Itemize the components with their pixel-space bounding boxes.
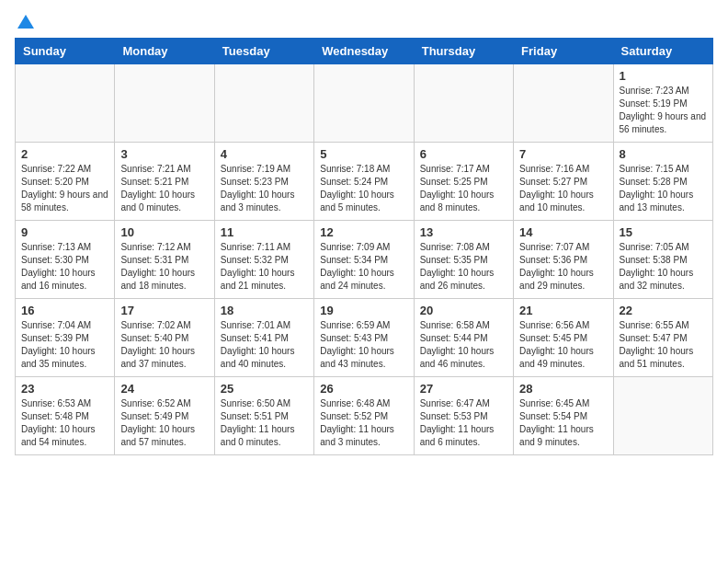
day-info: Sunrise: 7:18 AM Sunset: 5:24 PM Dayligh… xyxy=(320,163,407,214)
day-number: 4 xyxy=(221,147,308,161)
day-number: 21 xyxy=(519,304,607,317)
calendar-day-cell: 24Sunrise: 6:52 AM Sunset: 5:49 PM Dayli… xyxy=(115,377,214,455)
day-number: 13 xyxy=(420,225,507,239)
day-info: Sunrise: 7:15 AM Sunset: 5:28 PM Dayligh… xyxy=(620,163,707,214)
day-info: Sunrise: 7:12 AM Sunset: 5:31 PM Dayligh… xyxy=(120,241,208,293)
day-number: 12 xyxy=(320,225,407,239)
calendar-day-cell: 12Sunrise: 7:09 AM Sunset: 5:34 PM Dayli… xyxy=(314,221,414,299)
logo xyxy=(15,15,34,29)
day-info: Sunrise: 6:52 AM Sunset: 5:49 PM Dayligh… xyxy=(120,397,208,449)
calendar-day-cell: 26Sunrise: 6:48 AM Sunset: 5:52 PM Dayli… xyxy=(314,377,414,455)
calendar-day-cell: 1Sunrise: 7:23 AM Sunset: 5:19 PM Daylig… xyxy=(613,64,712,143)
day-info: Sunrise: 6:55 AM Sunset: 5:47 PM Dayligh… xyxy=(620,319,707,371)
day-number: 23 xyxy=(21,382,108,396)
calendar-day-cell: 9Sunrise: 7:13 AM Sunset: 5:30 PM Daylig… xyxy=(16,221,115,299)
day-number: 3 xyxy=(120,147,208,161)
calendar-day-cell: 2Sunrise: 7:22 AM Sunset: 5:20 PM Daylig… xyxy=(16,143,115,221)
calendar-day-cell xyxy=(314,64,414,143)
day-info: Sunrise: 7:04 AM Sunset: 5:39 PM Dayligh… xyxy=(21,319,108,371)
day-number: 26 xyxy=(320,382,407,396)
calendar-day-header: Monday xyxy=(115,39,214,64)
calendar-day-cell: 11Sunrise: 7:11 AM Sunset: 5:32 PM Dayli… xyxy=(214,221,313,299)
day-number: 18 xyxy=(221,304,308,317)
day-number: 17 xyxy=(120,304,208,317)
day-number: 14 xyxy=(519,225,607,239)
day-number: 15 xyxy=(620,225,707,239)
day-info: Sunrise: 7:02 AM Sunset: 5:40 PM Dayligh… xyxy=(120,319,208,371)
calendar-day-cell xyxy=(613,377,712,455)
calendar-day-cell xyxy=(414,64,513,143)
calendar-day-header: Wednesday xyxy=(314,39,414,64)
calendar-week-row: 16Sunrise: 7:04 AM Sunset: 5:39 PM Dayli… xyxy=(16,299,713,377)
calendar-week-row: 9Sunrise: 7:13 AM Sunset: 5:30 PM Daylig… xyxy=(16,221,713,299)
day-number: 20 xyxy=(420,304,507,317)
calendar-day-cell: 3Sunrise: 7:21 AM Sunset: 5:21 PM Daylig… xyxy=(115,143,214,221)
calendar-day-header: Sunday xyxy=(16,39,115,64)
calendar-day-cell: 22Sunrise: 6:55 AM Sunset: 5:47 PM Dayli… xyxy=(613,299,712,377)
day-info: Sunrise: 7:08 AM Sunset: 5:35 PM Dayligh… xyxy=(420,241,507,293)
calendar-day-cell: 17Sunrise: 7:02 AM Sunset: 5:40 PM Dayli… xyxy=(115,299,214,377)
day-number: 10 xyxy=(120,225,208,239)
day-number: 25 xyxy=(221,382,308,396)
calendar-day-cell: 21Sunrise: 6:56 AM Sunset: 5:45 PM Dayli… xyxy=(514,299,613,377)
calendar-day-cell: 19Sunrise: 6:59 AM Sunset: 5:43 PM Dayli… xyxy=(314,299,414,377)
day-info: Sunrise: 7:01 AM Sunset: 5:41 PM Dayligh… xyxy=(221,319,308,371)
calendar-table: SundayMondayTuesdayWednesdayThursdayFrid… xyxy=(15,38,713,455)
day-number: 6 xyxy=(420,147,507,161)
calendar-day-cell xyxy=(514,64,613,143)
day-number: 8 xyxy=(620,147,707,161)
day-number: 28 xyxy=(519,382,607,396)
calendar-day-header: Tuesday xyxy=(214,39,313,64)
page-header xyxy=(15,15,713,29)
calendar-day-cell: 28Sunrise: 6:45 AM Sunset: 5:54 PM Dayli… xyxy=(514,377,613,455)
day-number: 16 xyxy=(21,304,108,317)
day-number: 1 xyxy=(620,69,707,83)
calendar-day-cell: 20Sunrise: 6:58 AM Sunset: 5:44 PM Dayli… xyxy=(414,299,513,377)
day-info: Sunrise: 6:56 AM Sunset: 5:45 PM Dayligh… xyxy=(519,319,607,371)
calendar-week-row: 23Sunrise: 6:53 AM Sunset: 5:48 PM Dayli… xyxy=(16,377,713,455)
day-number: 27 xyxy=(420,382,507,396)
day-info: Sunrise: 7:11 AM Sunset: 5:32 PM Dayligh… xyxy=(221,241,308,293)
day-info: Sunrise: 7:21 AM Sunset: 5:21 PM Dayligh… xyxy=(120,163,208,214)
day-number: 2 xyxy=(21,147,108,161)
day-info: Sunrise: 7:09 AM Sunset: 5:34 PM Dayligh… xyxy=(320,241,407,293)
day-info: Sunrise: 7:16 AM Sunset: 5:27 PM Dayligh… xyxy=(519,163,607,214)
logo-triangle-icon xyxy=(17,15,34,29)
calendar-day-cell xyxy=(16,64,115,143)
calendar-day-cell: 18Sunrise: 7:01 AM Sunset: 5:41 PM Dayli… xyxy=(214,299,313,377)
day-number: 19 xyxy=(320,304,407,317)
calendar-day-cell: 5Sunrise: 7:18 AM Sunset: 5:24 PM Daylig… xyxy=(314,143,414,221)
day-info: Sunrise: 6:53 AM Sunset: 5:48 PM Dayligh… xyxy=(21,397,108,449)
calendar-day-cell: 25Sunrise: 6:50 AM Sunset: 5:51 PM Dayli… xyxy=(214,377,313,455)
day-info: Sunrise: 6:48 AM Sunset: 5:52 PM Dayligh… xyxy=(320,397,407,449)
calendar-day-cell: 14Sunrise: 7:07 AM Sunset: 5:36 PM Dayli… xyxy=(514,221,613,299)
calendar-day-header: Saturday xyxy=(613,39,712,64)
day-info: Sunrise: 7:05 AM Sunset: 5:38 PM Dayligh… xyxy=(620,241,707,293)
day-number: 24 xyxy=(120,382,208,396)
calendar-day-cell: 16Sunrise: 7:04 AM Sunset: 5:39 PM Dayli… xyxy=(16,299,115,377)
day-info: Sunrise: 7:23 AM Sunset: 5:19 PM Dayligh… xyxy=(620,85,707,136)
day-info: Sunrise: 6:59 AM Sunset: 5:43 PM Dayligh… xyxy=(320,319,407,371)
calendar-day-cell: 7Sunrise: 7:16 AM Sunset: 5:27 PM Daylig… xyxy=(514,143,613,221)
day-info: Sunrise: 7:17 AM Sunset: 5:25 PM Dayligh… xyxy=(420,163,507,214)
day-number: 11 xyxy=(221,225,308,239)
day-info: Sunrise: 7:07 AM Sunset: 5:36 PM Dayligh… xyxy=(519,241,607,293)
calendar-day-cell xyxy=(214,64,313,143)
calendar-day-cell: 23Sunrise: 6:53 AM Sunset: 5:48 PM Dayli… xyxy=(16,377,115,455)
calendar-day-header: Thursday xyxy=(414,39,513,64)
day-number: 5 xyxy=(320,147,407,161)
day-number: 9 xyxy=(21,225,108,239)
calendar-day-cell: 6Sunrise: 7:17 AM Sunset: 5:25 PM Daylig… xyxy=(414,143,513,221)
calendar-week-row: 1Sunrise: 7:23 AM Sunset: 5:19 PM Daylig… xyxy=(16,64,713,143)
calendar-day-header: Friday xyxy=(514,39,613,64)
calendar-day-cell xyxy=(115,64,214,143)
day-info: Sunrise: 7:13 AM Sunset: 5:30 PM Dayligh… xyxy=(21,241,108,293)
day-number: 7 xyxy=(519,147,607,161)
day-info: Sunrise: 6:45 AM Sunset: 5:54 PM Dayligh… xyxy=(519,397,607,449)
day-info: Sunrise: 6:50 AM Sunset: 5:51 PM Dayligh… xyxy=(221,397,308,449)
calendar-week-row: 2Sunrise: 7:22 AM Sunset: 5:20 PM Daylig… xyxy=(16,143,713,221)
calendar-day-cell: 15Sunrise: 7:05 AM Sunset: 5:38 PM Dayli… xyxy=(613,221,712,299)
day-info: Sunrise: 7:19 AM Sunset: 5:23 PM Dayligh… xyxy=(221,163,308,214)
calendar-day-cell: 8Sunrise: 7:15 AM Sunset: 5:28 PM Daylig… xyxy=(613,143,712,221)
calendar-header-row: SundayMondayTuesdayWednesdayThursdayFrid… xyxy=(16,39,713,64)
